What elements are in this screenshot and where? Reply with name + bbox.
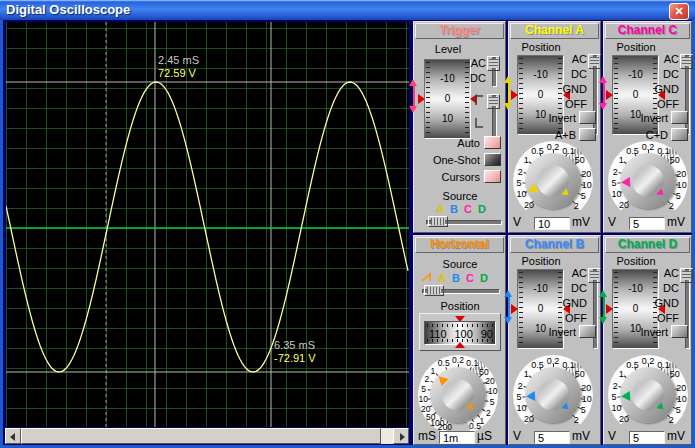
cursor2-volts-label: -72.91 V: [274, 352, 316, 364]
scope-display[interactable]: 2.45 mS 72.59 V 6.35 mS -72.91 V: [6, 22, 409, 427]
channel-a-coupling-option-DC: DC: [561, 68, 587, 80]
unit-label-left: V: [513, 215, 521, 229]
gauge-number: 0: [613, 303, 658, 314]
channel-c-invert-button[interactable]: [671, 111, 688, 124]
horizontal-position-label: Position: [430, 300, 490, 312]
channel-d-level-arrow[interactable]: [599, 290, 608, 324]
channel-a-invert-label: Invert: [537, 112, 576, 124]
channel-c-gain-value[interactable]: 5: [629, 217, 665, 230]
channel-c-coupling-option-AC: AC: [653, 53, 679, 65]
chevron-left-icon: [10, 433, 15, 441]
channel-c-coupling-slider-thumb[interactable]: [680, 54, 693, 69]
trigger-source-option-C: C: [464, 203, 472, 215]
channel-b-invert-button[interactable]: [579, 325, 596, 338]
trigger-cursors-label: Cursors: [422, 171, 480, 183]
channel-d-coupling-option-OFF: OFF: [653, 312, 679, 324]
close-icon[interactable]: ✕: [669, 3, 689, 20]
window-title: Digital Oscilloscope: [6, 2, 130, 17]
channel-c-gain-knob-block: 0.50.20.1502010521251020V5mV: [605, 141, 691, 231]
channel-b-invert-label: Invert: [537, 326, 576, 338]
trigger-oneshot-button[interactable]: [484, 153, 501, 166]
channel-a-coupling-slider-thumb[interactable]: [588, 54, 601, 69]
channel-b-coupling-slider-thumb[interactable]: [588, 268, 601, 283]
unit-label-right: mV: [667, 215, 685, 229]
channel-d-panel: Channel DPosition-10010ACDCGNDOFFInvert0…: [603, 235, 692, 445]
rising-edge-icon: [471, 94, 485, 107]
channel-c-gain-marker-icon: [656, 188, 666, 198]
horizontal-scrollbar[interactable]: [5, 428, 409, 444]
horizontal-source-option-B: B: [452, 272, 460, 284]
channel-b-coupling-option-OFF: OFF: [561, 312, 587, 324]
trigger-level-gauge[interactable]: -10010: [424, 59, 471, 139]
gauge-number: 0: [518, 303, 563, 314]
trigger-source-option-D: D: [478, 203, 486, 215]
channel-c-position-label: Position: [610, 41, 662, 53]
scroll-right-button[interactable]: [393, 428, 409, 444]
channel-a-combine-button[interactable]: [579, 128, 596, 141]
channel-a-panel: Channel APosition-10010ACDCGNDOFFInvertA…: [508, 21, 601, 233]
channel-a-coupling-option-GND: GND: [561, 83, 587, 95]
channel-d-gain-value[interactable]: 5: [629, 431, 665, 444]
channel-c-level-arrow-down-icon: [599, 103, 607, 110]
channel-d-invert-button[interactable]: [671, 325, 688, 338]
horizontal-timebase-value[interactable]: 1m: [439, 431, 475, 444]
unit-label-left: V: [608, 215, 616, 229]
unit-label-right: mV: [572, 215, 590, 229]
horizontal-source-label: Source: [430, 258, 490, 270]
horizontal-header: Horizontal: [415, 237, 504, 253]
channel-d-gain-knob-block: 0.50.20.1502010521251020V5mV: [605, 355, 691, 445]
channel-d-coupling-slider-thumb[interactable]: [680, 268, 693, 283]
trigger-source-option-A: A: [436, 203, 444, 215]
trigger-header: Trigger: [415, 23, 504, 39]
unit-label-right: mV: [572, 429, 590, 443]
scroll-left-button[interactable]: [5, 428, 21, 444]
channel-d-header: Channel D: [605, 237, 690, 253]
channel-b-gain-knob-block: 0.50.20.1502010521251020V5mV: [510, 355, 596, 445]
trigger-source-slider-thumb[interactable]: [428, 216, 448, 227]
trigger-oneshot-label: One-Shot: [422, 154, 480, 166]
horizontal-timebase-marker-icon: [466, 402, 476, 412]
cursor2-time-label: 6.35 mS: [274, 339, 315, 351]
gauge-number: 0: [425, 93, 470, 104]
trigger-coupling-option-DC: DC: [462, 72, 486, 84]
channel-d-position-label: Position: [610, 255, 662, 267]
trigger-auto-button[interactable]: [484, 136, 501, 149]
trigger-level-arrow[interactable]: [409, 79, 418, 113]
channel-a-trace: [6, 82, 408, 372]
channel-a-gain-value[interactable]: 10: [534, 217, 570, 230]
cursor1-time-label: 2.45 mS: [158, 54, 199, 66]
channel-c-header: Channel C: [605, 23, 690, 39]
scrollbar-thumb[interactable]: [21, 428, 381, 444]
channel-a-level-arrow[interactable]: [504, 76, 513, 110]
gauge-number: -10: [613, 283, 658, 294]
channel-b-level-arrow-down-icon: [504, 317, 512, 324]
unit-label-left: mS: [418, 429, 436, 443]
channel-a-invert-button[interactable]: [579, 111, 596, 124]
trigger-source-label: Source: [430, 190, 490, 202]
channel-b-gain-marker-icon: [561, 402, 571, 412]
dial-numbers: 11010090: [429, 328, 493, 340]
gauge-number: 0: [518, 89, 563, 100]
horizontal-timebase-knob-block: 0.50.20.15020105210.5125102050100200mS1m…: [415, 355, 501, 445]
falling-edge-icon: [471, 116, 485, 129]
unit-label-left: V: [608, 429, 616, 443]
title-bar[interactable]: Digital Oscilloscope ✕: [0, 0, 695, 20]
channel-b-gain-value[interactable]: 5: [534, 431, 570, 444]
channel-a-level-arrow-down-icon: [504, 103, 512, 110]
gauge-number: -10: [613, 69, 658, 80]
channel-d-invert-label: Invert: [629, 326, 668, 338]
horizontal-source-slider-thumb[interactable]: [424, 285, 444, 296]
channel-c-level-arrow[interactable]: [599, 76, 608, 110]
channel-a-position-label: Position: [515, 41, 567, 53]
chevron-right-icon: [400, 433, 405, 441]
channel-b-level-arrow[interactable]: [504, 290, 513, 324]
gauge-number: 10: [425, 113, 470, 124]
channel-c-coupling-option-DC: DC: [653, 68, 679, 80]
channel-a-gain-marker-icon: [561, 188, 571, 198]
channel-d-coupling-option-DC: DC: [653, 282, 679, 294]
channel-c-invert-label: Invert: [629, 112, 668, 124]
trigger-edge-slider-thumb[interactable]: [487, 94, 500, 109]
channel-a-header: Channel A: [510, 23, 599, 39]
trigger-coupling-slider-thumb[interactable]: [487, 56, 500, 71]
channel-b-header: Channel B: [510, 237, 599, 253]
